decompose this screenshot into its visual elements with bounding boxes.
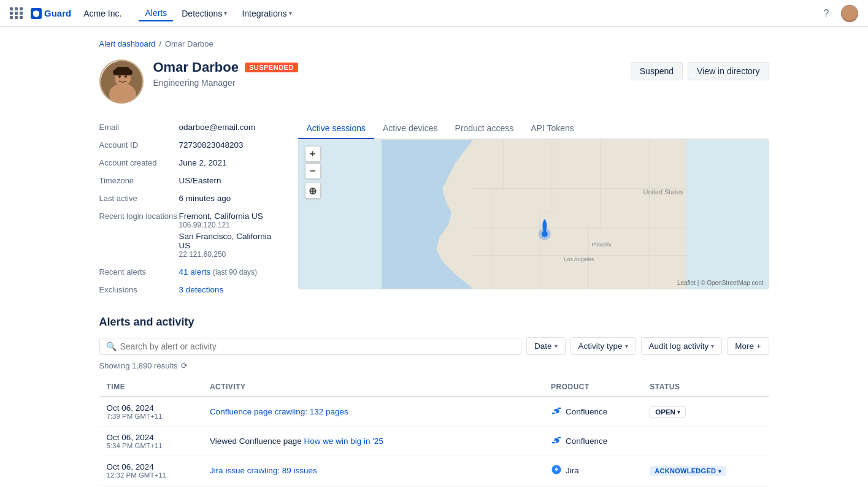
info-login-locations-row: Recent login locations Fremont, Californ…: [99, 207, 283, 263]
activity-link-2[interactable]: How we win big in '25: [304, 437, 383, 446]
recent-alerts-link[interactable]: 41 alerts: [179, 267, 211, 276]
info-account-id-row: Account ID 72730823048203: [99, 136, 283, 154]
info-last-active-row: Last active 6 minutes ago: [99, 189, 283, 207]
table-header: Time Activity Product Status: [99, 378, 769, 397]
nav-integrations[interactable]: Integrations ▾: [236, 6, 298, 21]
main-content: Alert dashboard / Omar Darboe Omar Darbo…: [85, 27, 784, 488]
table-body: Oct 06, 2024 7:39 PM GMT+11 Confluence p…: [99, 397, 769, 488]
exclusions-link[interactable]: 3 detections: [179, 285, 224, 294]
table-row: Oct 06, 2024 11:23 AM GMT+11 Viewed Jira…: [99, 486, 769, 489]
jira-icon-3: [551, 464, 562, 477]
top-navigation: Guard Acme Inc. Alerts Detections ▾ Inte…: [0, 0, 868, 27]
activity-cell-3: Jira issue crawling: 89 issues: [202, 456, 543, 486]
status-cell-2: [642, 427, 769, 456]
info-table: Email odarboe@email.com Account ID 72730…: [99, 118, 283, 299]
time-cell-1: Oct 06, 2024 7:39 PM GMT+11: [99, 397, 202, 427]
product-name-1: Confluence: [566, 407, 607, 416]
product-cell-1: Confluence: [543, 397, 642, 427]
search-box[interactable]: 🔍: [99, 338, 522, 355]
profile-avatar: [99, 59, 144, 104]
map-svg: United States Phoenix Los Angeles: [299, 140, 769, 289]
tab-api-tokens[interactable]: API Tokens: [522, 118, 583, 139]
account-created-value: June 2, 2021: [179, 154, 283, 172]
activity-cell-4: Viewed Jira issue Swapping out title on …: [202, 486, 543, 489]
profile-header: Omar Darboe SUSPENDED Engineering Manage…: [99, 59, 769, 104]
info-recent-alerts-row: Recent alerts 41 alerts (last 90 days): [99, 263, 283, 281]
activity-type-filter[interactable]: Activity type ▾: [570, 337, 636, 355]
map-zoom-in[interactable]: +: [305, 146, 321, 162]
detections-chevron: ▾: [224, 10, 227, 17]
svg-rect-7: [113, 69, 133, 75]
last-active-value: 6 minutes ago: [179, 189, 283, 207]
content-row: Email odarboe@email.com Account ID 72730…: [99, 118, 769, 299]
breadcrumb-parent[interactable]: Alert dashboard: [99, 39, 156, 48]
alerts-section-title: Alerts and activity: [99, 316, 769, 329]
tab-active-devices[interactable]: Active devices: [374, 118, 446, 139]
col-time: Time: [99, 378, 202, 397]
guard-logo-icon: [31, 8, 42, 19]
app-name: Guard: [44, 8, 71, 18]
topnav-icons: ?: [818, 5, 858, 22]
time-1: 7:39 PM GMT+11: [107, 413, 195, 420]
help-icon[interactable]: ?: [818, 5, 835, 22]
map-zoom-out[interactable]: −: [305, 163, 321, 179]
account-id-label: Account ID: [99, 136, 179, 154]
view-directory-button[interactable]: View in directory: [688, 62, 769, 80]
status-badge-1[interactable]: OPEN ▾: [650, 406, 686, 417]
timezone-value: US/Eastern: [179, 172, 283, 189]
time-cell-3: Oct 06, 2024 12:32 PM GMT+11: [99, 456, 202, 486]
tabs-row: Active sessions Active devices Product a…: [298, 118, 769, 139]
refresh-icon[interactable]: ⟳: [181, 361, 188, 370]
audit-log-label: Audit log activity: [649, 341, 709, 351]
time-3: 12:32 PM GMT+11: [107, 471, 195, 479]
activity-table: Time Activity Product Status Oct 06, 202…: [99, 378, 769, 488]
map-attribution: Leaflet | © OpenStreetMap cont: [677, 280, 764, 286]
main-navigation: Alerts Detections ▾ Integrations ▾: [139, 6, 298, 21]
results-count-text: Showing 1,890 results: [99, 361, 178, 370]
activity-prefix-2: Viewed Confluence page: [210, 437, 304, 446]
profile-name: Omar Darboe: [153, 59, 239, 75]
email-value: odarboe@email.com: [179, 118, 283, 136]
product-cell-3: Jira: [543, 456, 642, 486]
status-cell-3: ACKNOWLEDGED ▾: [642, 456, 769, 486]
filters-row: 🔍 Date ▾ Activity type ▾ Audit log activ…: [99, 337, 769, 355]
recent-alerts-value: 41 alerts (last 90 days): [179, 263, 283, 281]
search-input[interactable]: [120, 341, 515, 351]
confluence-icon-2: [551, 435, 562, 448]
tab-product-access[interactable]: Product access: [446, 118, 522, 139]
info-timezone-row: Timezone US/Eastern: [99, 172, 283, 189]
login-location-1-ip: 106.99.120.121: [179, 221, 283, 229]
confluence-icon-1: [551, 405, 562, 418]
map-locate[interactable]: ⊕: [305, 183, 321, 199]
user-avatar[interactable]: [841, 5, 858, 22]
more-filter[interactable]: More +: [727, 337, 769, 355]
table-row: Oct 06, 2024 5:34 PM GMT+11 Viewed Confl…: [99, 427, 769, 456]
suspend-button[interactable]: Suspend: [631, 62, 683, 80]
breadcrumb-separator: /: [159, 39, 161, 48]
info-panel: Email odarboe@email.com Account ID 72730…: [99, 118, 283, 299]
status-cell-4: [642, 486, 769, 489]
product-name-2: Confluence: [566, 437, 607, 446]
info-email-row: Email odarboe@email.com: [99, 118, 283, 136]
map-controls: + − ⊕: [305, 146, 321, 199]
table-row: Oct 06, 2024 12:32 PM GMT+11 Jira issue …: [99, 456, 769, 486]
tab-active-sessions[interactable]: Active sessions: [298, 118, 374, 139]
date-filter-label: Date: [534, 341, 552, 351]
profile-info: Omar Darboe SUSPENDED Engineering Manage…: [153, 59, 631, 88]
col-activity: Activity: [202, 378, 543, 397]
date-filter[interactable]: Date ▾: [526, 337, 566, 355]
activity-link-3[interactable]: Jira issue crawling: 89 issues: [210, 466, 317, 475]
status-badge-3[interactable]: ACKNOWLEDGED ▾: [650, 466, 726, 476]
nav-detections[interactable]: Detections ▾: [175, 6, 233, 21]
app-logo[interactable]: Guard: [31, 8, 71, 19]
product-container-2: Confluence: [551, 435, 635, 448]
login-location-2-ip: 22.121.60.250: [179, 250, 283, 259]
product-cell-2: Confluence: [543, 427, 642, 456]
audit-log-filter[interactable]: Audit log activity ▾: [641, 337, 723, 355]
status-cell-1: OPEN ▾: [642, 397, 769, 427]
activity-link-1[interactable]: Confluence page crawling: 132 pages: [210, 407, 348, 416]
apps-switcher[interactable]: [10, 7, 23, 19]
nav-alerts[interactable]: Alerts: [139, 6, 173, 21]
account-id-value: 72730823048203: [179, 136, 283, 154]
login-locations-label: Recent login locations: [99, 207, 179, 263]
